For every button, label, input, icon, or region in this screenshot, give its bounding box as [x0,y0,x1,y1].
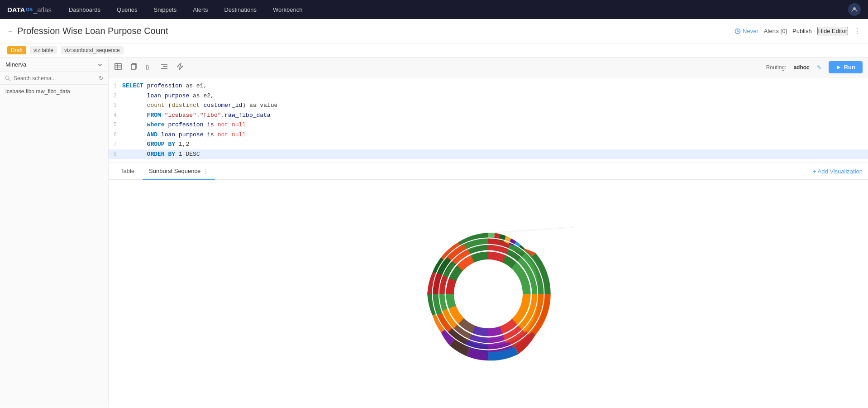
editor-area: {} Routing: adhoc ✎ [109,58,868,408]
code-line-8: 8 ORDER BY 1 DESC [109,149,868,159]
brand-data-text: DATA [7,6,25,14]
routing-value: adhoc [793,64,809,71]
run-label: Run [844,64,855,71]
brand-os-text: OS [26,7,32,12]
chart-area [109,180,868,408]
main-area: Minerva ↻ icebase.fibo.raw_fibo_data [0,58,868,408]
user-avatar[interactable] [848,3,861,16]
avatar-icon [851,6,858,13]
play-icon [836,65,841,70]
svg-rect-4 [115,63,121,70]
header-actions: Never Alerts [0] Publish Hide Editor ⋮ [734,27,861,35]
never-refresh-button[interactable]: Never [734,28,758,34]
back-icon[interactable]: ← [7,28,14,35]
editor-toolbar: {} Routing: adhoc ✎ [109,58,868,77]
routing-label: Routing: [766,64,787,71]
viz-tabs: Table Sunburst Sequence ⋮ + Add Visualiz… [109,163,868,180]
code-line-5: 5 where profession is not null [109,120,868,130]
brand-atlas-text: _atlas [33,6,52,14]
svg-text:{}: {} [146,64,149,70]
nav-item-queries[interactable]: Queries [114,5,140,15]
code-line-3: 3 count (distinct customer_id) as value [109,101,868,110]
more-options-icon[interactable]: ⋮ [854,27,861,35]
tab-sunburst[interactable]: Sunburst Sequence ⋮ [143,163,215,180]
alerts-button[interactable]: Alerts [0] [764,28,787,34]
page-title: Profession Wise Loan Purpose Count [17,26,734,36]
schema-item[interactable]: icebase.fibo.raw_fibo_data [0,85,108,98]
svg-line-3 [9,79,10,81]
code-line-2: 2 loan_purpose as e2, [109,91,868,101]
run-button[interactable]: Run [829,61,863,73]
svg-line-19 [495,214,574,233]
nav-item-alerts[interactable]: Alerts [190,5,210,15]
tab-table[interactable]: Table [114,163,141,180]
schema-refresh-icon[interactable]: ↻ [99,75,104,82]
tag-viz-sunburst: viz:sunburst_sequence [61,46,124,54]
nav-item-snippets[interactable]: Snippets [151,5,180,15]
top-nav: DATAOS _atlas Dashboards Queries Snippet… [0,0,868,19]
code-line-4: 4 FROM "icebase"."fibo".raw_fibo_data [109,110,868,120]
nav-item-dashboards[interactable]: Dashboards [66,5,103,15]
refresh-icon [734,28,741,34]
search-icon [5,75,11,82]
schema-search: ↻ [0,72,108,85]
hide-editor-button[interactable]: Hide Editor [817,27,848,35]
tag-draft: Draft [7,46,26,54]
never-label: Never [743,28,758,34]
code-line-1: 1 SELECT profession as e1, [109,81,868,91]
sidebar: Minerva ↻ icebase.fibo.raw_fibo_data [0,58,109,408]
svg-rect-8 [131,64,136,69]
datasource-label: Minerva [5,61,26,68]
code-editor[interactable]: 1 SELECT profession as e1, 2 loan_purpos… [109,77,868,163]
sunburst-chart [402,208,574,380]
datasource-select[interactable]: Minerva [0,58,108,72]
svg-line-18 [488,212,574,233]
tab-more-icon[interactable]: ⋮ [203,168,209,174]
schema-search-input[interactable] [14,75,96,82]
tags-row: Draft viz:table viz:sunburst_sequence [0,43,868,58]
nav-item-destinations[interactable]: Destinations [221,5,259,15]
code-line-6: 6 AND loan_purpose is not null [109,130,868,140]
brand-logo[interactable]: DATAOS _atlas [7,6,52,14]
indent-icon[interactable] [160,62,168,72]
tag-viz-table: viz:table [30,46,57,54]
chevron-down-icon [97,62,103,67]
nav-item-workbench[interactable]: Workbench [270,5,305,15]
svg-point-17 [454,259,523,328]
bolt-icon[interactable] [176,62,184,72]
copy-icon[interactable] [129,62,138,72]
page-header: ← Profession Wise Loan Purpose Count Nev… [0,19,868,43]
table-icon[interactable] [114,62,122,72]
format-icon[interactable]: {} [145,62,153,72]
publish-button[interactable]: Publish [792,28,812,34]
tab-sunburst-label: Sunburst Sequence [149,168,200,174]
routing-edit-icon[interactable]: ✎ [817,64,821,71]
code-line-7: 7 GROUP BY 1,2 [109,139,868,149]
add-visualization-button[interactable]: + Add Visualization [813,168,863,175]
